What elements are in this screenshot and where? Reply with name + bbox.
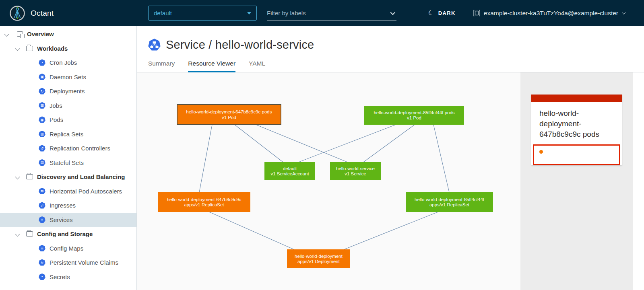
sidebar-item-daemon-sets[interactable]: ▣Daemon Sets	[0, 70, 136, 84]
sidebar-item-replica-sets[interactable]: ▥Replica Sets	[0, 127, 136, 142]
chevron-down-icon[interactable]	[15, 231, 20, 237]
sidebar-item-label: Jobs	[50, 102, 62, 109]
resource-viewer: hello-world-deployment-647b8c9c9c podsv1…	[137, 72, 644, 290]
sidebar-item-pods[interactable]: ◉Pods	[0, 113, 136, 127]
deployments-icon: ↻	[39, 88, 45, 95]
app-header: Octant default Filter by labels ☾ DARK e…	[0, 0, 644, 26]
chevron-down-icon[interactable]	[390, 10, 396, 15]
sidebar-item-ingresses[interactable]: ⇄Ingresses	[0, 198, 136, 213]
graph-node-service-hello-world[interactable]: hello-world-servicev1 Service	[330, 162, 381, 180]
sidebar-item-label: Replication Controllers	[50, 145, 110, 152]
graph-node-replicaset-647b[interactable]: hello-world-deployment-647b8c9c9capps/v1…	[158, 192, 250, 212]
graph-node-sublabel: v1 Pod	[222, 115, 236, 120]
cluster-selector[interactable]: example-cluster-ka3TuTzYo4a@example-clus…	[473, 10, 625, 17]
sidebar-item-label: Workloads	[37, 45, 68, 52]
sidebar-item-label: Deployments	[50, 88, 85, 95]
graph-node-replicaset-85ff[interactable]: hello-world-deployment-85ff4cf44fapps/v1…	[406, 192, 493, 212]
title-row: Service / hello-world-service	[137, 26, 644, 51]
graph-node-deployment[interactable]: hello-world-deploymentapps/v1 Deployment	[287, 249, 350, 268]
sidebar-item-horizontal-pod-autoscalers[interactable]: ⇆Horizontal Pod Autoscalers	[0, 184, 136, 199]
sidebar-item-deployments[interactable]: ↻Deployments	[0, 84, 136, 99]
services-icon: ⌗	[39, 216, 45, 223]
namespace-selector[interactable]: default	[148, 6, 257, 21]
sidebar-item-label: Persistent Volume Claims	[50, 259, 118, 266]
sidebar-item-label: Cron Jobs	[50, 59, 77, 66]
horizontal-pod-autoscalers-icon: ⇆	[39, 188, 45, 195]
cluster-label: example-cluster-ka3TuTzYo4a@example-clus…	[484, 10, 618, 17]
ingresses-icon: ⇄	[39, 202, 45, 209]
chevron-down-icon[interactable]	[15, 46, 20, 51]
sidebar-item-label: Horizontal Pod Autoscalers	[50, 188, 122, 195]
sidebar-item-services[interactable]: ⌗Services	[0, 213, 136, 227]
label-filter-input[interactable]: Filter by labels	[267, 6, 396, 21]
folder-icon	[26, 174, 33, 179]
theme-toggle[interactable]: ☾ DARK	[428, 10, 455, 16]
graph-node-serviceaccount-default[interactable]: defaultv1 ServiceAccount	[264, 162, 315, 180]
sidebar-item-overview[interactable]: Overview	[0, 27, 136, 41]
sidebar-item-cron-jobs[interactable]: ◔Cron Jobs	[0, 56, 136, 70]
graph-node-label: hello-world-deployment-647b8c9c9c pods	[186, 109, 272, 114]
sidebar-item-label: Daemon Sets	[50, 74, 86, 80]
folder-icon	[26, 46, 33, 51]
graph-node-label: hello-world-deployment-85ff4cf44f	[415, 197, 485, 202]
sidebar-item-label: Secrets	[50, 274, 70, 280]
overview-icon	[17, 31, 23, 37]
sidebar-item-label: Pods	[50, 116, 63, 123]
sidebar-item-label: Discovery and Load Balancing	[37, 173, 125, 180]
sidebar-item-label: Config and Storage	[37, 230, 93, 237]
replica-sets-icon: ▥	[39, 131, 45, 138]
tab-resource-viewer[interactable]: Resource Viewer	[188, 60, 235, 72]
graph-node-label: hello-world-service	[336, 166, 375, 171]
secrets-icon: •	[39, 274, 45, 280]
tab-bar: Summary Resource Viewer YAML	[137, 60, 644, 72]
caret-down-icon	[247, 12, 251, 14]
graph-node-pod-647b[interactable]: hello-world-deployment-647b8c9c9c podsv1…	[177, 105, 281, 125]
node-status-box	[533, 144, 620, 165]
sidebar-item-label: Config Maps	[50, 245, 83, 252]
node-detail-panel: hello-world-deployment-647b8c9c9c pods	[520, 72, 633, 290]
tab-yaml[interactable]: YAML	[249, 60, 265, 72]
jobs-icon: ▦	[39, 102, 45, 109]
sidebar-item-stateful-sets[interactable]: ▤Stateful Sets	[0, 156, 136, 170]
sidebar-item-secrets[interactable]: •Secrets	[0, 270, 136, 284]
sidebar-item-jobs[interactable]: ▦Jobs	[0, 99, 136, 113]
chevron-down-icon[interactable]	[4, 31, 9, 37]
tab-summary[interactable]: Summary	[148, 60, 175, 72]
resource-graph-canvas[interactable]: hello-world-deployment-647b8c9c9c podsv1…	[137, 72, 520, 290]
resource-graph: hello-world-deployment-647b8c9c9c podsv1…	[137, 72, 520, 288]
graph-node-sublabel: apps/v1 ReplicaSet	[184, 202, 224, 207]
graph-node-sublabel: apps/v1 Deployment	[297, 259, 340, 264]
label-filter-placeholder: Filter by labels	[267, 10, 306, 16]
octant-logo	[10, 6, 25, 21]
sidebar-item-persistent-volume-claims[interactable]: ≋Persistent Volume Claims	[0, 255, 136, 270]
brand: Octant	[0, 6, 137, 21]
replication-controllers-icon: ↺	[39, 145, 45, 152]
main-content: Service / hello-world-service Summary Re…	[137, 26, 644, 290]
graph-node-label: hello-world-deployment	[295, 254, 343, 259]
page-title: Service / hello-world-service	[166, 38, 314, 51]
theme-toggle-label: DARK	[438, 10, 456, 16]
graph-edge-pod-85ff-replicaset-85ff	[433, 125, 449, 192]
chevron-down-icon	[622, 10, 626, 14]
graph-edge-pod-647b-replicaset-647b	[199, 125, 212, 192]
moon-icon: ☾	[427, 9, 436, 17]
sidebar: OverviewWorkloads◔Cron Jobs▣Daemon Sets↻…	[0, 26, 137, 290]
config-maps-icon: ≣	[39, 245, 45, 252]
graph-edge-replicaset-85ff-deployment	[344, 212, 438, 249]
namespace-value: default	[154, 10, 172, 16]
cron-jobs-icon: ◔	[39, 59, 45, 66]
node-detail-title: hello-world-deployment-647b8c9c9c pods	[531, 102, 622, 144]
sidebar-item-label: Ingresses	[50, 202, 76, 209]
app-title: Octant	[31, 9, 54, 18]
sidebar-item-config-maps[interactable]: ≣Config Maps	[0, 241, 136, 256]
sidebar-item-replication-controllers[interactable]: ↺Replication Controllers	[0, 141, 136, 156]
sidebar-item-discovery-and-load-balancing[interactable]: Discovery and Load Balancing	[0, 170, 136, 184]
daemon-sets-icon: ▣	[39, 74, 45, 80]
service-icon	[148, 39, 161, 51]
graph-node-pod-85ff[interactable]: hello-world-deployment-85ff4cf44f podsv1…	[364, 106, 464, 125]
octant-app: Octant default Filter by labels ☾ DARK e…	[0, 0, 644, 290]
sidebar-item-workloads[interactable]: Workloads	[0, 41, 136, 56]
chevron-down-icon[interactable]	[15, 174, 20, 179]
sidebar-item-config-and-storage[interactable]: Config and Storage	[0, 227, 136, 241]
cluster-icon	[473, 10, 480, 16]
